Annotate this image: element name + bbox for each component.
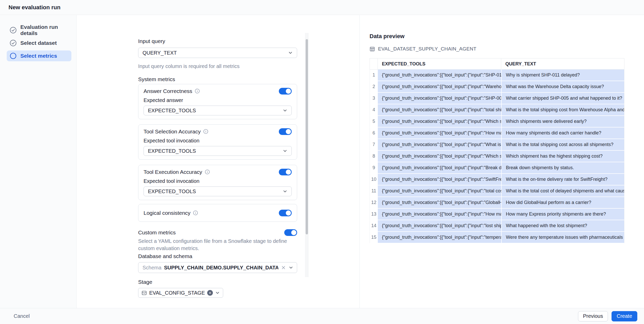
dataset-name: EVAL_DATASET_SUPPLY_CHAIN_AGENT — [378, 46, 476, 52]
stage-value: EVAL_CONFIG_STAGE — [149, 290, 205, 296]
expected-tools-cell: {"ground_truth_invocations":[{"tool_inpu… — [378, 174, 501, 185]
info-icon[interactable] — [195, 89, 200, 93]
table-row[interactable]: 13{"ground_truth_invocations":[{"tool_in… — [370, 209, 624, 220]
sidebar-item-label: Evaluation run details — [20, 24, 68, 36]
row-number-cell: 12 — [370, 197, 378, 209]
chevron-down-icon — [215, 291, 220, 295]
clear-icon[interactable] — [281, 265, 286, 270]
database-schema-value: SUPPLY_CHAIN_DEMO.SUPPLY_CHAIN_DATA — [164, 265, 278, 271]
expected-answer-value: EXPECTED_TOOLS — [148, 108, 283, 114]
info-icon[interactable] — [205, 169, 210, 174]
table-row[interactable]: 8{"ground_truth_invocations":[{"tool_inp… — [370, 151, 624, 162]
chevron-down-icon — [283, 149, 287, 153]
expected-tools-cell: {"ground_truth_invocations":[{"tool_inpu… — [378, 151, 501, 162]
data-preview-panel: Data preview EVAL_DATASET_SUPPLY_CHAIN_A… — [360, 15, 644, 308]
metric-card-tool-execution-accuracy: Tool Execution Accuracy Expected tool in… — [138, 165, 297, 200]
expected-tools-cell: {"ground_truth_invocations":[{"tool_inpu… — [378, 93, 501, 104]
expected-tool-invocation-select[interactable]: EXPECTED_TOOLS — [144, 146, 292, 156]
expected-answer-select[interactable]: EXPECTED_TOOLS — [144, 106, 292, 115]
database-schema-select[interactable]: Schema SUPPLY_CHAIN_DEMO.SUPPLY_CHAIN_DA… — [138, 262, 297, 273]
row-number-cell: 1 — [370, 70, 378, 81]
expected-tool-invocation-label: Expected tool invocation — [144, 178, 292, 184]
table-row[interactable]: 15{"ground_truth_invocations":[{"tool_in… — [370, 232, 624, 243]
scrollbar-thumb[interactable] — [306, 39, 308, 234]
input-query-select[interactable]: QUERY_TEXT — [138, 48, 297, 58]
metric-name: Tool Execution Accuracy — [144, 169, 202, 175]
table-row[interactable]: 6{"ground_truth_invocations":[{"tool_inp… — [370, 127, 624, 139]
dataset-link[interactable]: EVAL_DATASET_SUPPLY_CHAIN_AGENT — [370, 46, 634, 52]
expected-tools-cell: {"ground_truth_invocations":[{"tool_inpu… — [378, 232, 501, 243]
row-number-header — [370, 58, 378, 70]
input-query-value: QUERY_TEXT — [143, 50, 288, 56]
table-row[interactable]: 7{"ground_truth_invocations":[{"tool_inp… — [370, 139, 624, 151]
table-row[interactable]: 4{"ground_truth_invocations":[{"tool_inp… — [370, 104, 624, 116]
table-row[interactable]: 11{"ground_truth_invocations":[{"tool_in… — [370, 185, 624, 197]
query-text-cell: How did GlobalHaul perform as a carrier? — [501, 197, 624, 209]
query-text-cell: What is the total cost of delayed shipme… — [501, 185, 624, 197]
query-text-cell: What was the Warehouse Delta capacity is… — [501, 81, 624, 93]
dialog-header: New evaluation run — [0, 0, 644, 15]
logical-consistency-toggle[interactable] — [279, 210, 292, 216]
expected-tool-invocation-select[interactable]: EXPECTED_TOOLS — [144, 186, 292, 196]
chevron-down-icon[interactable] — [289, 265, 293, 270]
custom-metrics-helper: Select a YAML configuration file from a … — [138, 237, 297, 252]
schema-prefix-label: Schema — [143, 265, 161, 271]
row-number-cell: 13 — [370, 209, 378, 220]
sidebar-item-label: Select dataset — [20, 40, 57, 46]
row-number-cell: 7 — [370, 139, 378, 151]
expected-tools-cell: {"ground_truth_invocations":[{"tool_inpu… — [378, 104, 501, 116]
query-text-cell: What carrier shipped SHP-005 and what ha… — [501, 93, 624, 104]
dialog-footer: Cancel Previous Create — [0, 308, 644, 324]
table-row[interactable]: 12{"ground_truth_invocations":[{"tool_in… — [370, 197, 624, 209]
table-row[interactable]: 3{"ground_truth_invocations":[{"tool_inp… — [370, 93, 624, 104]
query-text-cell: How many Express priority shipments are … — [501, 209, 624, 220]
answer-correctness-toggle[interactable] — [279, 88, 292, 95]
cancel-button[interactable]: Cancel — [14, 313, 30, 319]
metric-name: Logical consistency — [144, 210, 190, 216]
sidebar-item-select-dataset[interactable]: Select dataset — [7, 38, 71, 48]
chevron-down-icon — [288, 50, 293, 55]
metrics-form: Input query QUERY_TEXT Input query colum… — [138, 38, 297, 298]
page-title: New evaluation run — [9, 4, 61, 11]
new-evaluation-run-dialog: New evaluation run Evaluation run detail… — [0, 0, 644, 324]
check-circle-icon — [10, 27, 16, 33]
system-metrics-heading: System metrics — [138, 76, 297, 83]
sidebar-item-label: Select metrics — [20, 53, 57, 59]
remove-stage-icon[interactable]: ✕ — [207, 290, 213, 296]
expected-tools-cell: {"ground_truth_invocations":[{"tool_inpu… — [378, 220, 501, 232]
sidebar-item-evaluation-run-details[interactable]: Evaluation run details — [7, 25, 71, 36]
expected-tools-cell: {"ground_truth_invocations":[{"tool_inpu… — [378, 162, 501, 174]
check-circle-icon — [10, 40, 16, 46]
expected-tools-header: EXPECTED_TOOLS — [378, 58, 501, 70]
custom-metrics-toggle[interactable] — [284, 229, 297, 236]
table-row[interactable]: 10{"ground_truth_invocations":[{"tool_in… — [370, 174, 624, 185]
info-icon[interactable] — [203, 129, 208, 134]
info-icon[interactable] — [193, 210, 198, 215]
stage-select[interactable]: EVAL_CONFIG_STAGE ✕ — [138, 288, 223, 298]
query-text-cell: What is the on-time delivery rate for Sw… — [501, 174, 624, 185]
create-button[interactable]: Create — [612, 311, 637, 321]
data-preview-title: Data preview — [370, 33, 634, 40]
expected-tool-invocation-label: Expected tool invocation — [144, 138, 292, 144]
metric-card-logical-consistency: Logical consistency — [138, 204, 297, 222]
table-row[interactable]: 9{"ground_truth_invocations":[{"tool_inp… — [370, 162, 624, 174]
table-row[interactable]: 5{"ground_truth_invocations":[{"tool_inp… — [370, 116, 624, 127]
expected-tool-invocation-value: EXPECTED_TOOLS — [148, 189, 283, 194]
steps-sidebar: Evaluation run details Select dataset Se… — [0, 15, 77, 308]
tool-execution-accuracy-toggle[interactable] — [279, 169, 292, 175]
table-row[interactable]: 1{"ground_truth_invocations":[{"tool_inp… — [370, 70, 624, 81]
expected-answer-label: Expected answer — [144, 97, 292, 103]
sidebar-item-select-metrics[interactable]: Select metrics — [7, 50, 71, 61]
input-query-helper: Input query column is required for all m… — [138, 63, 297, 70]
previous-button[interactable]: Previous — [578, 311, 608, 321]
row-number-cell: 14 — [370, 220, 378, 232]
table-icon — [370, 46, 375, 52]
table-row[interactable]: 2{"ground_truth_invocations":[{"tool_inp… — [370, 81, 624, 93]
table-row[interactable]: 14{"ground_truth_invocations":[{"tool_in… — [370, 220, 624, 232]
row-number-cell: 6 — [370, 127, 378, 139]
row-number-cell: 11 — [370, 185, 378, 197]
metric-name: Answer Correctness — [144, 88, 192, 94]
tool-selection-accuracy-toggle[interactable] — [279, 128, 292, 135]
query-text-cell: What is the total shipping cost across a… — [501, 139, 624, 151]
row-number-cell: 4 — [370, 104, 378, 116]
